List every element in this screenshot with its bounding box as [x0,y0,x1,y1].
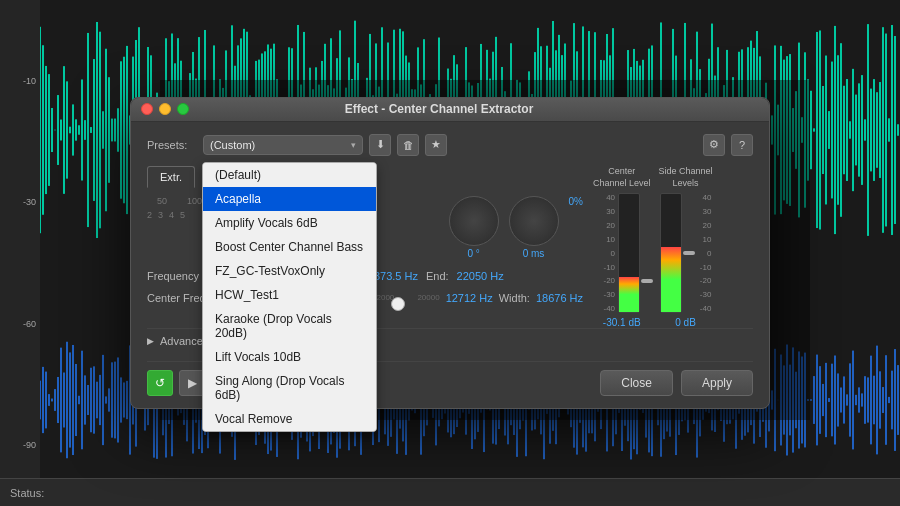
side-label-n20: -20 [700,276,712,285]
star-icon: ★ [431,138,441,151]
dialog-titlebar: Effect - Center Channel Extractor [131,98,769,122]
phase-value: 0 ° [467,248,479,259]
presets-current-value: (Custom) [210,139,255,151]
label-40: 40 [603,193,615,202]
phase-percent-display: 0% [569,196,583,259]
side-label-n30: -30 [700,290,712,299]
star-preset-button[interactable]: ★ [425,134,447,156]
close-button[interactable]: Close [600,370,673,396]
chevron-down-icon: ▾ [351,140,356,150]
center-channel-level-meter [618,193,640,313]
dialog-title: Effect - Center Channel Extractor [119,102,759,116]
center-meter-labels: 40 30 20 10 0 -10 -20 -30 -40 [603,193,615,313]
side-channel-db-value: 0 dB [675,317,696,328]
advanced-arrow-icon: ▶ [147,336,154,346]
center-freq-value: 12712 Hz [446,292,493,304]
side-channel-meter-wrapper: 40 30 20 10 0 -10 -20 -30 -40 [660,193,712,313]
preset-option-acapella[interactable]: Acapella [203,187,376,211]
tab-extract[interactable]: Extr. [147,166,195,188]
label-20: 20 [603,221,615,230]
width-value: 18676 Hz [536,292,583,304]
tick-4: 4 [169,210,174,220]
toolbar-right: Close Apply [600,370,753,396]
side-label-20: 20 [700,221,712,230]
label-0: 0 [603,249,615,258]
side-label-10: 10 [700,235,712,244]
effect-dialog: Effect - Center Channel Extractor Preset… [130,97,770,409]
tick-20000: 20000 [417,293,439,302]
preset-option-boost-center[interactable]: Boost Center Channel Bass [203,235,376,259]
delay-value: 0 ms [523,248,545,259]
label-n40: -40 [603,304,615,313]
presets-row: Presets: (Custom) ▾ ⬇ 🗑 ★ ⚙ [147,134,753,156]
side-label-40: 40 [700,193,712,202]
phase-percent-value: 0% [569,196,583,207]
center-channel-db-value: -30.1 dB [603,317,641,328]
label-n10: -10 [603,263,615,272]
label-n30: -30 [603,290,615,299]
preset-option-karaoke[interactable]: Karaoke (Drop Vocals 20dB) [203,307,376,345]
center-channel-meter-wrapper: 40 30 20 10 0 -10 -20 -30 -40 [603,193,640,313]
side-label-n10: -10 [700,263,712,272]
presets-dropdown-menu: (Default) Acapella Amplify Vocals 6dB Bo… [202,162,377,432]
phase-knob[interactable] [449,196,499,246]
tick-50: 50 [157,196,167,206]
loop-icon: ↺ [155,376,165,390]
end-label: End: [426,270,449,282]
preset-option-amplify-vocals[interactable]: Amplify Vocals 6dB [203,211,376,235]
side-meter-dial [683,251,695,255]
preset-option-lift-vocals[interactable]: Lift Vocals 10dB [203,345,376,369]
preset-option-sing-along[interactable]: Sing Along (Drop Vocals 6dB) [203,369,376,407]
side-label-0: 0 [700,249,712,258]
label-30: 30 [603,207,615,216]
apply-button[interactable]: Apply [681,370,753,396]
presets-dropdown[interactable]: (Custom) ▾ [203,135,363,155]
dialog-overlay: Effect - Center Channel Extractor Preset… [0,0,900,506]
trash-icon: 🗑 [403,139,414,151]
play-icon: ▶ [188,376,197,390]
side-label-n40: -40 [700,304,712,313]
side-channel-level-meter [660,193,682,313]
tick-5: 5 [180,210,185,220]
preset-option-hcw[interactable]: HCW_Test1 [203,283,376,307]
save-preset-button[interactable]: ⬇ [369,134,391,156]
label-n20: -20 [603,276,615,285]
top-right-icons: ⚙ ? [703,134,753,156]
width-label: Width: [499,292,530,304]
side-channel-meter-container: Side ChannelLevels 40 30 20 10 [659,166,713,328]
settings-icon: ⚙ [709,138,719,151]
tick-100: 100 [187,196,202,206]
presets-label: Presets: [147,139,197,151]
tick-2: 2 [147,210,152,220]
center-meter-fill [619,277,639,312]
end-value: 22050 Hz [457,270,504,282]
label-10: 10 [603,235,615,244]
help-button[interactable]: ? [731,134,753,156]
center-meter-dial [641,279,653,283]
side-label-30: 30 [700,207,712,216]
delay-knob[interactable] [509,196,559,246]
save-icon: ⬇ [376,138,385,151]
side-meter-labels: 40 30 20 10 0 -10 -20 -30 -40 [700,193,712,313]
right-panel: CenterChannel Level 40 30 20 10 0 -10 -2… [593,166,753,328]
side-meter-fill [661,247,681,312]
delete-preset-button[interactable]: 🗑 [397,134,419,156]
center-channel-meter-container: CenterChannel Level 40 30 20 10 0 -10 -2… [593,166,651,328]
settings-icon-button[interactable]: ⚙ [703,134,725,156]
preset-option-vocal-remove[interactable]: Vocal Remove [203,407,376,431]
side-channel-title: Side ChannelLevels [659,166,713,189]
preset-option-fz-gc[interactable]: FZ_GC-TestVoxOnly [203,259,376,283]
tick-3: 3 [158,210,163,220]
center-freq-slider-thumb[interactable] [391,297,405,311]
loop-play-button[interactable]: ↺ [147,370,173,396]
help-icon: ? [739,139,745,151]
dialog-body: Presets: (Custom) ▾ ⬇ 🗑 ★ ⚙ [131,122,769,408]
preset-option-default[interactable]: (Default) [203,163,376,187]
phase-display: 0 ° [449,196,499,259]
delay-display: 0 ms [509,196,559,259]
center-channel-title: CenterChannel Level [593,166,651,189]
